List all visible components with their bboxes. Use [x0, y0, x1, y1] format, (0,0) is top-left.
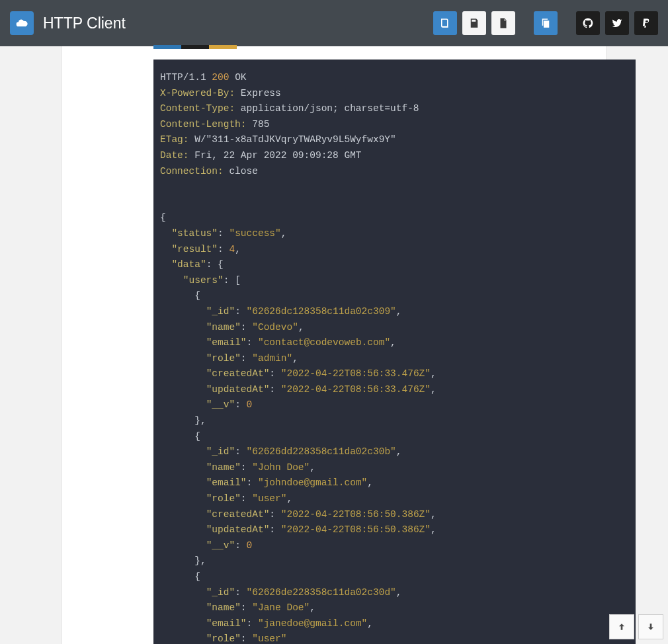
- response-viewer: HTTP/1.1 200 OK X-Powered-By: Express Co…: [153, 60, 636, 644]
- tab-stub-2: [181, 45, 209, 49]
- paypal-button[interactable]: [634, 11, 658, 35]
- docs-button[interactable]: [433, 11, 457, 35]
- brand-logo: [10, 11, 34, 35]
- page-body: HTTP/1.1 200 OK X-Powered-By: Express Co…: [0, 46, 668, 644]
- app-title: HTTP Client: [43, 15, 126, 32]
- scroll-buttons: [609, 614, 663, 639]
- scroll-up-button[interactable]: [609, 614, 634, 639]
- tab-stub-1: [153, 45, 181, 49]
- file-button[interactable]: [491, 11, 515, 35]
- tab-stub-3: [209, 45, 237, 49]
- scroll-down-button[interactable]: [638, 614, 663, 639]
- file-icon: [497, 17, 509, 29]
- copy-icon: [540, 17, 552, 29]
- twitter-icon: [611, 17, 623, 29]
- brand: HTTP Client: [10, 11, 126, 35]
- save-icon: [468, 17, 480, 29]
- paypal-icon: [640, 17, 652, 29]
- twitter-button[interactable]: [605, 11, 629, 35]
- book-icon: [439, 17, 451, 29]
- github-icon: [582, 17, 594, 29]
- arrow-down-icon: [646, 622, 656, 632]
- content-column: HTTP/1.1 200 OK X-Powered-By: Express Co…: [62, 46, 606, 644]
- save-button[interactable]: [462, 11, 486, 35]
- github-button[interactable]: [576, 11, 600, 35]
- app-header: HTTP Client: [0, 0, 668, 46]
- tabs-stub: [153, 45, 237, 49]
- toolbar: [433, 11, 658, 35]
- copy-button[interactable]: [534, 11, 558, 35]
- cloud-icon: [15, 17, 28, 30]
- arrow-up-icon: [616, 622, 627, 632]
